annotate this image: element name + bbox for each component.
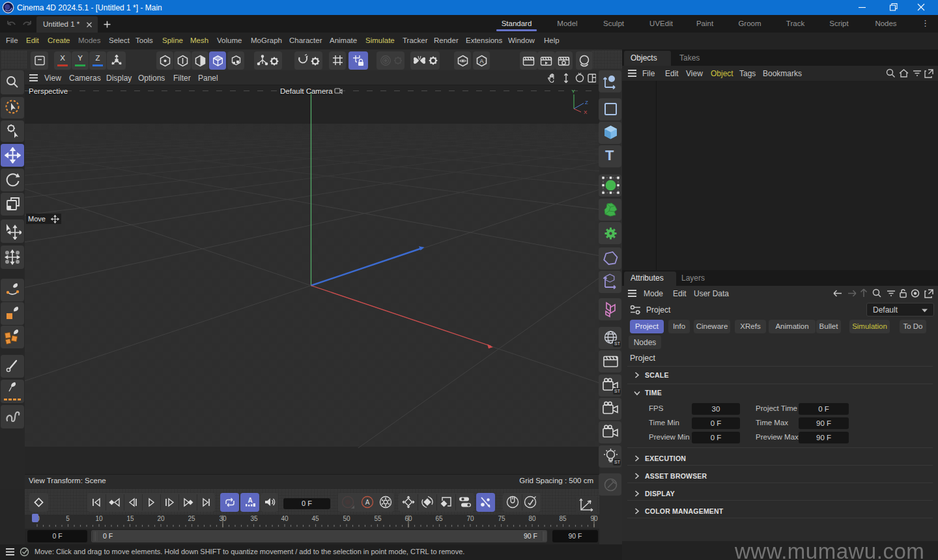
svg-text:A: A [365,499,370,506]
svg-text:Z: Z [585,100,588,105]
svg-text:X: X [584,109,588,115]
svg-text:A: A [479,57,484,64]
svg-text:Y: Y [572,89,576,94]
svg-text:A: A [248,497,252,504]
